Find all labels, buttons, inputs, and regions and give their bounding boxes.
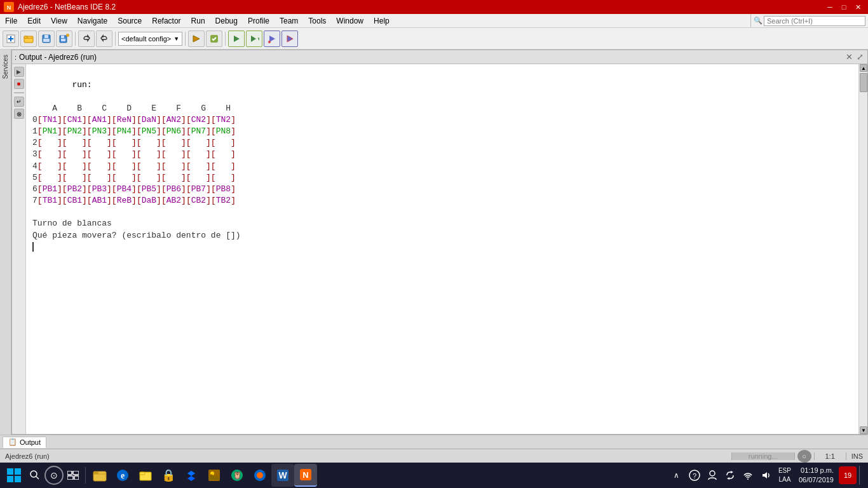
tray-sync-button[interactable]	[722, 468, 738, 483]
language-code: ESP	[778, 466, 791, 475]
taskbar-search-button[interactable]	[25, 466, 44, 485]
output-stop-button[interactable]: ■	[14, 79, 24, 89]
taskbar-lock-button[interactable]: 🔒	[157, 464, 180, 487]
output-wrap-button[interactable]: ↵	[14, 97, 24, 107]
menu-view[interactable]: View	[46, 15, 72, 27]
menu-file[interactable]: File	[0, 15, 22, 27]
menu-refactor[interactable]: Refactor	[147, 15, 186, 27]
taskbar-photos-button[interactable]	[203, 464, 226, 487]
search-input[interactable]	[764, 16, 865, 26]
save-button[interactable]	[38, 30, 55, 47]
toolbar-separator-4	[225, 32, 226, 46]
status-app-name: Ajedrez6 (run)	[5, 452, 50, 460]
svg-rect-27	[74, 476, 79, 480]
svg-text:e: e	[121, 471, 125, 480]
taskbar-taskview-button[interactable]	[64, 466, 83, 485]
menu-run[interactable]: Run	[186, 15, 210, 27]
system-clock[interactable]: 01:19 p.m. 06/07/2019	[796, 466, 836, 485]
menu-profile[interactable]: Profile	[243, 15, 275, 27]
status-progress-icon: ○	[797, 450, 811, 463]
menu-source[interactable]: Source	[112, 15, 147, 27]
svg-point-39	[257, 472, 263, 478]
taskbar-explorer-button[interactable]	[88, 464, 111, 487]
output-tab-icon: 📋	[8, 438, 17, 446]
redo-button[interactable]	[96, 30, 112, 47]
svg-rect-12	[61, 39, 65, 41]
board-row-5: 5[ ][ ][ ][ ][ ][ ][ ][ ]	[32, 173, 236, 182]
dropdown-arrow-icon: ▼	[173, 36, 179, 42]
undo-button[interactable]	[78, 30, 95, 47]
taskbar-right: ∧ ? ESP LAA 01:19 p.m. 06/07/2019	[667, 466, 865, 485]
notification-badge[interactable]: 19	[839, 466, 857, 484]
window-title: Ajedrez6 - NetBeans IDE 8.2	[18, 3, 116, 11]
menu-tools[interactable]: Tools	[303, 15, 331, 27]
cortana-icon: ⊙	[50, 470, 58, 480]
output-close-button[interactable]: ✕	[844, 52, 854, 62]
config-dropdown[interactable]: <default config> ▼	[118, 32, 182, 46]
prompt-line: Qué pieza movera? (escribalo dentro de […	[32, 231, 241, 240]
scroll-up-button[interactable]: ▲	[860, 64, 867, 72]
taskbar-folder-button[interactable]	[134, 464, 157, 487]
open-project-button[interactable]	[20, 30, 37, 47]
svg-marker-16	[251, 36, 256, 42]
clean-build-button[interactable]	[206, 30, 222, 47]
scroll-thumb[interactable]	[860, 73, 867, 92]
turno-line: Turno de blancas	[32, 219, 112, 228]
scroll-down-button[interactable]: ▼	[860, 426, 867, 434]
svg-rect-29	[93, 471, 98, 474]
taskbar-cortana-button[interactable]: ⊙	[44, 466, 64, 485]
svg-line-23	[36, 477, 39, 479]
output-run-button[interactable]: ▶	[14, 67, 24, 77]
tray-volume-button[interactable]	[758, 468, 773, 483]
svg-text:N: N	[302, 470, 308, 480]
taskbar-dropbox-button[interactable]	[180, 464, 203, 487]
start-button[interactable]	[3, 464, 25, 487]
debug-project-button[interactable]	[264, 30, 280, 47]
menu-team[interactable]: Team	[275, 15, 303, 27]
menu-window[interactable]: Window	[331, 15, 369, 27]
status-ins: INS	[846, 452, 868, 460]
search-icon: 🔍	[754, 17, 763, 25]
menu-edit[interactable]: Edit	[22, 15, 46, 27]
show-desktop-button[interactable]	[859, 466, 863, 485]
minimize-button[interactable]: ─	[824, 2, 836, 12]
language-badge[interactable]: ESP LAA	[776, 466, 794, 484]
tray-chevron-button[interactable]: ∧	[669, 468, 684, 483]
run-with-menu-button[interactable]: ▼	[246, 30, 262, 47]
svg-point-49	[747, 478, 749, 480]
tray-people-button[interactable]	[705, 468, 720, 483]
menu-navigate[interactable]: Navigate	[72, 15, 112, 27]
tray-wifi-button[interactable]	[740, 468, 756, 483]
svg-rect-25	[73, 471, 79, 475]
menu-debug[interactable]: Debug	[210, 15, 243, 27]
output-sidebar-sep	[14, 92, 24, 93]
windows-logo-icon	[7, 468, 21, 482]
output-scrollbar[interactable]: ▲ ▼	[858, 64, 867, 434]
cursor-line[interactable]	[32, 242, 34, 252]
maximize-button[interactable]: □	[837, 2, 850, 12]
tray-help-button[interactable]: ?	[687, 468, 702, 483]
menu-help[interactable]: Help	[369, 15, 395, 27]
save-all-button[interactable]	[56, 30, 72, 47]
toolbar-separator-2	[115, 32, 116, 46]
run-project-button[interactable]	[228, 30, 245, 47]
taskbar-edge-button[interactable]: e	[111, 464, 134, 487]
taskbar-netbeans-button[interactable]: N	[294, 464, 317, 487]
language-variant: LAA	[778, 475, 791, 484]
taskbar-firefox-button[interactable]	[248, 464, 271, 487]
output-text-content[interactable]: run: A B C D E F G H 0[TN1][CN1][AN1][Re…	[26, 64, 858, 434]
output-panel-title-area: : Output - Ajedrez6 (run)	[15, 53, 97, 62]
output-expand-button[interactable]: ⤢	[855, 52, 865, 62]
toolbar-separator-1	[75, 32, 76, 46]
build-project-button[interactable]	[188, 30, 205, 47]
taskbar-word-button[interactable]: W	[271, 464, 294, 487]
output-tab[interactable]: 📋 Output	[3, 437, 46, 448]
close-button[interactable]: ✕	[851, 2, 864, 12]
output-clear-button[interactable]: ⊗	[14, 109, 24, 119]
taskbar-tripadvisor-button[interactable]: 🦉	[226, 464, 248, 487]
profile-project-button[interactable]	[281, 30, 298, 47]
status-bar: Ajedrez6 (run) running... ○ 1:1 INS	[0, 449, 868, 463]
new-project-button[interactable]	[3, 30, 19, 47]
svg-point-22	[31, 471, 37, 477]
services-label[interactable]: Services	[1, 52, 10, 81]
